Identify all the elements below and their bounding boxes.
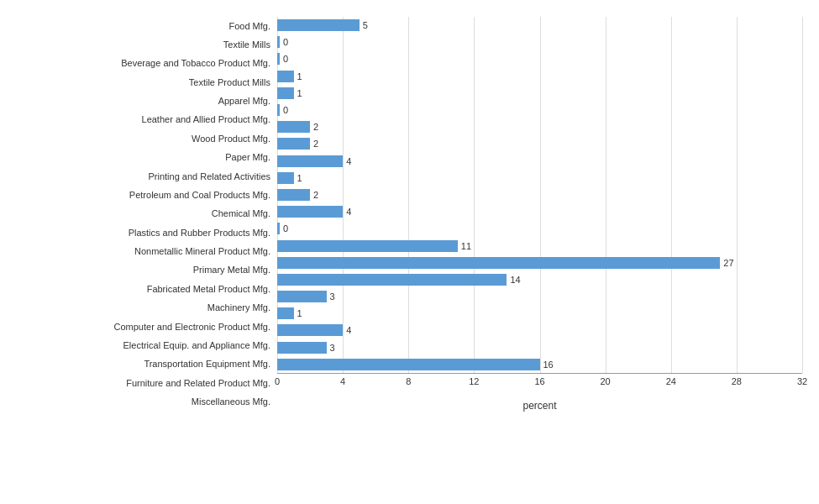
x-tick-label: 24 — [666, 376, 676, 386]
bar — [277, 291, 327, 302]
y-axis-labels: Food Mfg.Textile MillsBeverage and Tobac… — [17, 17, 277, 412]
bar — [277, 324, 343, 336]
y-axis-label: Chemical Mfg. — [17, 206, 270, 223]
bar-row: 4 — [277, 153, 802, 170]
x-tick-label: 32 — [797, 376, 807, 386]
x-tick-label: 12 — [469, 376, 479, 386]
bar — [277, 155, 343, 167]
bar — [277, 257, 720, 269]
bar — [277, 307, 294, 319]
bar-row: 4 — [277, 203, 802, 220]
x-tick-label: 20 — [601, 376, 611, 386]
y-axis-label: Machinery Mfg. — [17, 300, 270, 317]
y-axis-label: Textile Product Mills — [17, 74, 270, 91]
bar-row: 27 — [277, 255, 802, 271]
bar — [277, 189, 310, 201]
bar — [277, 71, 294, 82]
bar-value-label: 14 — [510, 275, 520, 285]
bar — [277, 206, 343, 218]
y-axis-label: Primary Metal Mfg. — [17, 262, 270, 279]
bar-value-label: 0 — [283, 54, 288, 64]
bar-value-label: 1 — [297, 308, 302, 318]
y-axis-label: Petroleum and Coal Products Mfg. — [17, 187, 270, 204]
y-axis-label: Printing and Related Activities — [17, 168, 270, 185]
bar — [277, 172, 294, 184]
bar-row: 0 — [277, 50, 802, 67]
bar-row: 3 — [277, 339, 802, 356]
x-tick-label: 0 — [275, 376, 280, 386]
chart-container: Food Mfg.Textile MillsBeverage and Tobac… — [0, 0, 819, 504]
bar — [277, 19, 360, 31]
bar-value-label: 0 — [283, 223, 288, 234]
bar-value-label: 0 — [283, 37, 288, 47]
bar-row: 4 — [277, 322, 802, 339]
bar-row: 2 — [277, 118, 802, 135]
bar-row: 11 — [277, 238, 802, 255]
bar-value-label: 16 — [543, 360, 554, 370]
bar-value-label: 27 — [723, 258, 733, 268]
grid-line — [802, 17, 803, 373]
bar-row: 3 — [277, 288, 802, 305]
bar-row: 1 — [277, 170, 802, 186]
y-axis-label: Transportation Equipment Mfg. — [17, 356, 270, 373]
bar-row: 0 — [277, 34, 802, 50]
y-axis-label: Computer and Electronic Product Mfg. — [17, 318, 270, 335]
bar — [277, 223, 280, 234]
bar — [277, 121, 310, 133]
y-axis-label: Furniture and Related Product Mfg. — [17, 375, 270, 391]
y-axis-label: Beverage and Tobacco Product Mfg. — [17, 55, 270, 72]
bar-value-label: 1 — [297, 88, 302, 98]
x-tick-label: 16 — [534, 376, 544, 386]
bar — [277, 359, 540, 370]
x-tick-label: 4 — [340, 376, 345, 386]
bar — [277, 87, 294, 99]
bar-value-label: 5 — [363, 20, 368, 30]
bar — [277, 342, 327, 354]
y-axis-label: Wood Product Mfg. — [17, 130, 270, 147]
bar — [277, 104, 280, 116]
bar-row: 0 — [277, 102, 802, 118]
bar-value-label: 1 — [297, 71, 302, 81]
y-axis-label: Leather and Allied Product Mfg. — [17, 112, 270, 129]
y-axis-label: Plastics and Rubber Products Mfg. — [17, 224, 270, 241]
x-axis-label: percent — [277, 400, 802, 412]
bar-row: 14 — [277, 271, 802, 288]
bar-value-label: 4 — [346, 156, 351, 166]
bar-row: 16 — [277, 356, 802, 373]
bar — [277, 53, 280, 65]
bar-value-label: 0 — [283, 105, 288, 115]
bar-value-label: 3 — [330, 343, 335, 353]
y-axis-label: Nonmetallic Mineral Product Mfg. — [17, 244, 270, 260]
bar — [277, 240, 458, 252]
x-tick-label: 8 — [406, 376, 411, 386]
bar — [277, 138, 310, 150]
x-tick-label: 28 — [732, 376, 742, 386]
bar-value-label: 2 — [313, 122, 318, 132]
y-axis-label: Food Mfg. — [17, 18, 270, 34]
bar-value-label: 3 — [330, 291, 335, 302]
bar-row: 1 — [277, 68, 802, 85]
bar-value-label: 2 — [313, 139, 318, 149]
bar — [277, 36, 280, 48]
bar-value-label: 4 — [346, 207, 351, 217]
bar-value-label: 2 — [313, 190, 318, 200]
bar-row: 5 — [277, 17, 802, 34]
y-axis-label: Apparel Mfg. — [17, 93, 270, 110]
bar-value-label: 4 — [346, 325, 351, 335]
bar-row: 0 — [277, 220, 802, 237]
y-axis-label: Miscellaneous Mfg. — [17, 394, 270, 411]
bar-row: 2 — [277, 135, 802, 152]
y-axis-label: Textile Mills — [17, 37, 270, 54]
bar-row: 1 — [277, 85, 802, 102]
y-axis-label: Fabricated Metal Product Mfg. — [17, 281, 270, 297]
bar-value-label: 1 — [297, 173, 302, 183]
bar-row: 1 — [277, 305, 802, 322]
y-axis-label: Paper Mfg. — [17, 150, 270, 166]
bar-value-label: 11 — [461, 241, 471, 251]
bar — [277, 274, 507, 286]
bar-row: 2 — [277, 186, 802, 203]
y-axis-label: Electrical Equip. and Appliance Mfg. — [17, 338, 270, 354]
